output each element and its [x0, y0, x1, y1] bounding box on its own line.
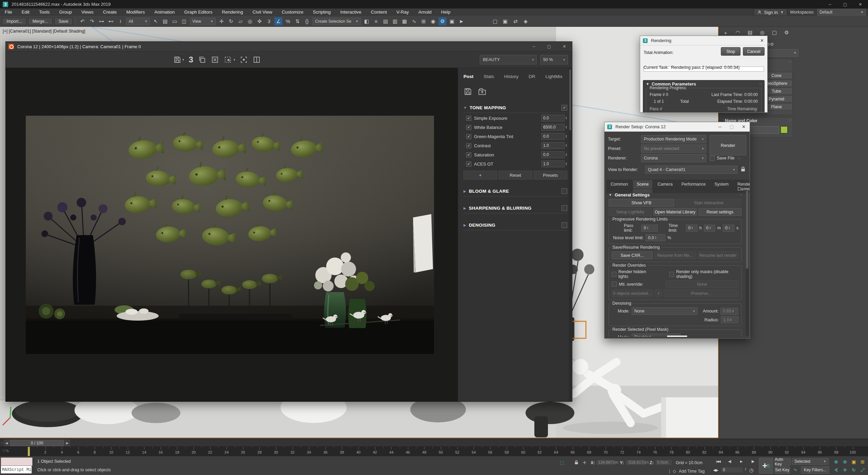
contrast-checkbox[interactable]: ✓ [466, 143, 471, 148]
select-and-move-icon[interactable]: ✛ [217, 17, 225, 25]
objects-excluded-button[interactable]: 0 objects excluded... [612, 289, 653, 297]
add-exclude-button[interactable]: + [655, 289, 662, 297]
vfb-tab-lightmix[interactable]: LightMix [546, 74, 563, 79]
reset-button[interactable]: Reset [498, 171, 532, 179]
zoom-extents-all-icon[interactable]: ⊞ [859, 458, 866, 465]
drag-grip-icon[interactable]: ∷ [463, 116, 466, 120]
expand-arrow-icon[interactable]: ▶ [463, 206, 466, 210]
material-editor-icon[interactable]: ◉ [429, 17, 437, 25]
vfb-3dsmax-icon[interactable]: 3 [189, 55, 193, 64]
close-button[interactable]: ✕ [853, 0, 868, 8]
menu-group[interactable]: Group [55, 8, 77, 16]
pan-icon[interactable]: ✛ [841, 467, 849, 473]
reset-settings-button[interactable]: Reset settings [698, 208, 742, 216]
fov-icon[interactable]: ∢ [832, 467, 840, 473]
section-bloom-glare[interactable]: ▶BLOOM & GLARE✓ [463, 188, 567, 196]
toggle-layers-icon[interactable]: ▥ [391, 17, 399, 25]
rendering-dialog-titlebar[interactable]: 3 Rendering ✕ [640, 36, 767, 45]
render-hidden-lights-checkbox[interactable] [612, 272, 616, 277]
display-tab-icon[interactable]: ▢ [770, 28, 779, 37]
vfb-zoom-dropdown[interactable]: 50 %▾ [540, 55, 568, 64]
next-frame-icon[interactable]: ||▶ [748, 458, 758, 465]
sign-in-button[interactable]: Sign In ▼ [754, 8, 787, 16]
window-crossing-icon[interactable]: ◫ [180, 17, 188, 25]
vfb-tab-dr[interactable]: DR [529, 74, 535, 79]
menu-arnold[interactable]: Arnold [414, 8, 436, 16]
save-file-browse-button[interactable]: ... [737, 155, 741, 160]
add-tone-operator-button[interactable]: + [463, 171, 497, 179]
reference-coordsys-dropdown[interactable]: View▼ [190, 18, 216, 25]
preset-dropdown[interactable]: No preset selected▾ [641, 145, 706, 153]
zoom-extents-icon[interactable]: ▣ [850, 458, 857, 465]
import-button[interactable]: Import... [2, 18, 26, 25]
key-filters-button[interactable]: Key Filters... [801, 466, 829, 474]
vfb-focus-icon[interactable] [240, 56, 248, 64]
menu-scripting[interactable]: Scripting [308, 8, 336, 16]
scene-converter-icon[interactable]: ⇄ [511, 17, 519, 25]
select-and-rotate-icon[interactable]: ↻ [227, 17, 235, 25]
selection-region-mode-icon[interactable]: ⬚ [559, 459, 566, 466]
resize-handle[interactable] [667, 336, 687, 337]
vfb-maximize-button[interactable]: ▢ [541, 42, 557, 51]
tone-value-field[interactable]: 6500.0 [541, 124, 565, 131]
align-icon[interactable]: ≡ [372, 17, 380, 25]
vfb-tab-history[interactable]: History [504, 74, 518, 79]
angle-snap-icon[interactable]: ∠ [274, 17, 282, 25]
rectangular-selection-region-icon[interactable]: ▭ [171, 17, 179, 25]
start-interactive-button[interactable]: Start interactive [676, 199, 742, 207]
mtl-override-checkbox[interactable] [612, 282, 617, 287]
render-setup-close-icon[interactable]: ✕ [738, 124, 750, 129]
zoom-all-icon[interactable]: ⊛ [841, 458, 849, 465]
spinner-icon[interactable]: ▲▼ [565, 153, 567, 156]
saturation-checkbox[interactable]: ✓ [466, 152, 471, 157]
expand-arrow-icon[interactable]: ▶ [463, 189, 466, 193]
zoom-icon[interactable]: ⊕ [832, 458, 840, 465]
drag-grip-icon[interactable]: ∷ [463, 162, 466, 166]
pass-limit-field[interactable]: 0▲▼ [641, 225, 657, 232]
menu-interactive[interactable]: Interactive [335, 8, 366, 16]
presets-button[interactable]: Presets [534, 171, 567, 179]
track-bar[interactable]: ∷∿ 0246810121416182022242628303234363840… [0, 446, 868, 456]
default-in-out-tangents-icon[interactable]: ∿ [792, 466, 799, 473]
panel-scrollbar[interactable] [569, 68, 571, 401]
previous-frame-arrow[interactable]: ◀ [4, 440, 9, 446]
auto-key-button[interactable]: Auto Key [774, 458, 791, 466]
rollout-grip-icon[interactable]: ∷ [789, 118, 791, 122]
rendering-close-icon[interactable]: ✕ [757, 38, 767, 43]
menu-content[interactable]: Content [366, 8, 392, 16]
spinner-icon[interactable]: ▲▼ [565, 144, 567, 147]
menu-views[interactable]: Views [77, 8, 98, 16]
vfb-canvas[interactable] [6, 68, 458, 401]
spinner-icon[interactable]: ▲▼ [565, 126, 567, 129]
view-to-render-dropdown[interactable]: Quad 4 - Camera01▾ [645, 166, 737, 174]
minimize-button[interactable]: ─ [822, 0, 837, 8]
undo-icon[interactable]: ↶ [78, 17, 86, 25]
vfb-tab-post[interactable]: Post [463, 74, 473, 79]
resume-last-render-button[interactable]: Resume last render [697, 251, 738, 259]
open-material-library-button[interactable]: Open Material Library [653, 208, 696, 216]
green-magenta-tint-checkbox[interactable]: ✓ [466, 134, 471, 139]
menu-graph-editors[interactable]: Graph Editors [179, 8, 217, 16]
selection-lock-icon[interactable] [573, 459, 580, 466]
vfb-clear-icon[interactable] [211, 56, 219, 64]
render-setup-maximize-icon[interactable]: ▢ [726, 124, 738, 129]
collapse-arrow-icon[interactable]: ▼ [463, 106, 467, 110]
panel-save-icon[interactable] [463, 87, 472, 96]
render-setup-minimize-icon[interactable]: ─ [714, 124, 726, 129]
mtl-override-button[interactable]: None [666, 280, 738, 288]
white-balance-checkbox[interactable]: ✓ [466, 125, 471, 130]
time-configuration-icon[interactable]: ◷ [748, 467, 755, 474]
curve-editor-icon[interactable]: ∿ [410, 17, 418, 25]
cancel-button[interactable]: Cancel [743, 47, 765, 56]
time-limit-h-field[interactable]: 0▲▼ [686, 225, 697, 232]
bind-to-spacewarp-icon[interactable]: ≀ [116, 17, 124, 25]
tone-mapping-header[interactable]: ▼ TONE MAPPING ✓ [463, 105, 567, 113]
select-and-scale-icon[interactable]: ▱ [236, 17, 244, 25]
spinner-icon[interactable]: ▲▼ [565, 116, 567, 120]
select-and-manipulate-icon[interactable]: ✜ [255, 17, 263, 25]
time-limit-s-field[interactable]: 0▲▼ [723, 225, 734, 232]
menu-civil-view[interactable]: Civil View [248, 8, 277, 16]
setup-lightmix-button[interactable]: Setup LightMix [609, 208, 652, 216]
menu-tools[interactable]: Tools [34, 8, 55, 16]
key-mode-toggle-icon[interactable]: ◀▶ [713, 467, 718, 473]
